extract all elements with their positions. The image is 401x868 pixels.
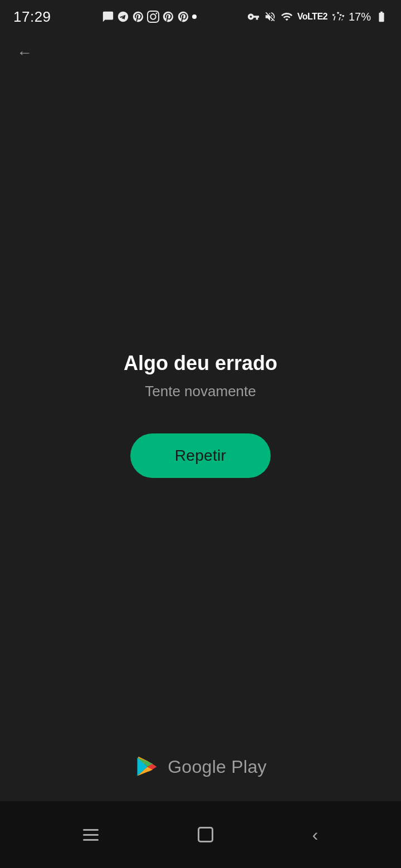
google-play-logo-icon bbox=[134, 754, 159, 779]
recent-apps-button[interactable] bbox=[83, 829, 99, 841]
pinterest-icon-3 bbox=[177, 11, 189, 23]
error-screen: Algo deu errado Tente novamente Repetir bbox=[0, 72, 401, 757]
vpn-key-icon bbox=[247, 11, 260, 23]
notification-dot bbox=[192, 14, 197, 19]
instagram-icon bbox=[147, 11, 159, 23]
battery-icon bbox=[375, 11, 388, 23]
battery-percentage: 17% bbox=[349, 11, 371, 23]
wifi-icon bbox=[281, 11, 293, 23]
error-subtitle: Tente novamente bbox=[145, 383, 256, 400]
status-right-icons: VoLTE2 17% bbox=[247, 11, 388, 23]
pinterest-icon-2 bbox=[162, 11, 174, 23]
top-bar: ← bbox=[0, 33, 401, 72]
google-play-branding: Google Play bbox=[0, 754, 401, 779]
home-button[interactable] bbox=[198, 827, 213, 842]
lte-indicator: VoLTE2 bbox=[297, 12, 327, 22]
status-bar: 17:29 bbox=[0, 0, 401, 33]
system-back-icon: ‹ bbox=[312, 825, 318, 845]
system-back-button[interactable]: ‹ bbox=[312, 825, 318, 845]
back-button[interactable]: ← bbox=[11, 40, 38, 66]
home-icon bbox=[198, 827, 213, 842]
signal-icon bbox=[332, 11, 344, 23]
message-icon bbox=[102, 11, 114, 23]
google-play-text: Google Play bbox=[168, 757, 267, 777]
status-time: 17:29 bbox=[13, 8, 51, 26]
pinterest-icon-1 bbox=[132, 11, 144, 23]
notification-icons bbox=[102, 11, 197, 23]
error-title: Algo deu errado bbox=[124, 352, 277, 375]
retry-button[interactable]: Repetir bbox=[130, 433, 271, 478]
mute-icon bbox=[264, 11, 276, 23]
recent-apps-icon bbox=[83, 829, 99, 841]
telegram-icon bbox=[117, 11, 129, 23]
back-arrow-icon: ← bbox=[17, 44, 32, 62]
nav-bar: ‹ bbox=[0, 801, 401, 868]
